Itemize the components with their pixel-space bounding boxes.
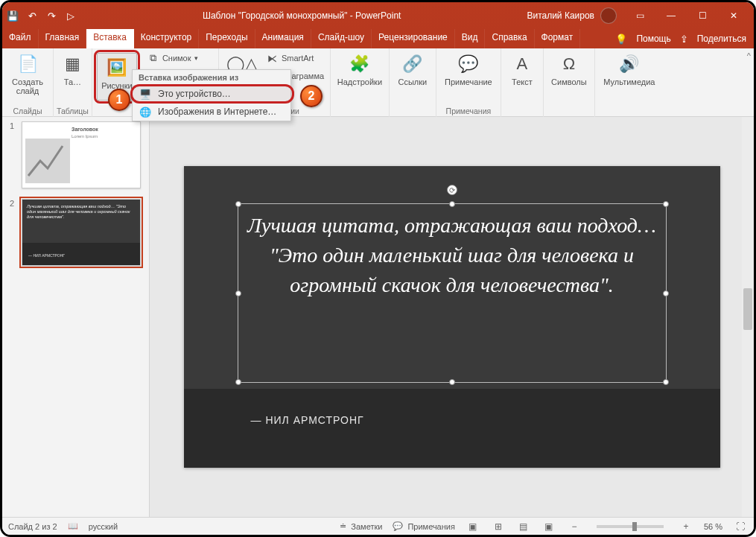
comments-pane-button[interactable]: 💬 Примечания	[393, 521, 455, 531]
links-button[interactable]: 🔗 Ссылки	[393, 50, 433, 104]
normal-view-icon[interactable]: ▣	[466, 521, 480, 533]
collapse-ribbon-icon[interactable]: ^	[747, 51, 751, 60]
slide-canvas[interactable]: Лучшая цитата, отражающая ваш подход… "Э…	[150, 117, 754, 517]
tab-home[interactable]: Главная	[39, 29, 87, 48]
tellme-icon[interactable]: 💡	[615, 34, 627, 45]
text-button[interactable]: A Текст	[504, 50, 540, 104]
comments-icon: 💬	[393, 521, 403, 531]
resize-handle[interactable]	[235, 290, 241, 296]
symbols-button[interactable]: Ω Символы	[547, 50, 591, 104]
tab-animations[interactable]: Анимация	[255, 29, 311, 48]
media-label: Мультимедиа	[603, 77, 655, 86]
ribbon-options-icon[interactable]: ▭	[624, 4, 655, 27]
maximize-icon[interactable]: ☐	[687, 4, 718, 27]
callout-badge-1: 1	[108, 89, 130, 111]
smartart-icon: ⧔	[267, 52, 279, 64]
slide-thumbnails-panel: 1 Заголовок Lorem Ipsum 2 Лучшая цитата,…	[2, 117, 150, 517]
comment-label: Примечание	[445, 77, 492, 86]
menu-this-device[interactable]: 🖥️ Это устройство…	[133, 85, 290, 103]
share-icon[interactable]: ⇪	[680, 34, 688, 45]
user-avatar[interactable]	[600, 7, 617, 24]
tab-design[interactable]: Конструктор	[134, 29, 199, 48]
slide-thumbnail-1[interactable]: Заголовок Lorem Ipsum	[22, 121, 141, 188]
save-icon[interactable]: 💾	[7, 10, 19, 22]
tab-format[interactable]: Формат	[535, 29, 581, 48]
tellme-label[interactable]: Помощь	[636, 34, 670, 44]
thumb-number: 1	[10, 121, 17, 188]
close-icon[interactable]: ✕	[718, 4, 749, 27]
table-label: Та…	[64, 77, 81, 86]
status-bar: Слайд 2 из 2 📖 русский ≐ Заметки 💬 Приме…	[2, 517, 754, 535]
menu-online-pictures[interactable]: 🌐 Изображения в Интернете…	[133, 103, 290, 121]
start-presentation-icon[interactable]: ▷	[65, 10, 77, 22]
resize-handle[interactable]	[235, 201, 241, 207]
vertical-scrollbar[interactable]	[742, 117, 754, 517]
new-slide-icon: 📄	[16, 52, 39, 76]
resize-handle[interactable]	[663, 379, 669, 385]
addins-button[interactable]: 🧩 Надстройки	[334, 50, 386, 104]
resize-handle[interactable]	[663, 201, 669, 207]
smartart-button[interactable]: ⧔ SmartArt	[264, 50, 327, 66]
reading-view-icon[interactable]: ▤	[516, 521, 531, 533]
redo-icon[interactable]: ↷	[45, 10, 57, 22]
addins-label: Надстройки	[337, 77, 382, 86]
tab-transitions[interactable]: Переходы	[199, 29, 255, 48]
group-comments: Примечания	[446, 107, 492, 115]
tab-help[interactable]: Справка	[485, 29, 534, 48]
menu-online-label: Изображения в Интернете…	[158, 107, 276, 117]
sorter-view-icon[interactable]: ⊞	[491, 521, 506, 533]
zoom-slider[interactable]	[597, 525, 664, 528]
table-icon: ▦	[60, 52, 84, 76]
tab-view[interactable]: Вид	[455, 29, 486, 48]
slideshow-view-icon[interactable]: ▣	[541, 521, 556, 533]
comment-icon: 💬	[457, 52, 480, 76]
ribbon-tabs: Файл Главная Вставка Конструктор Переход…	[2, 29, 754, 48]
symbols-label: Символы	[551, 77, 587, 86]
menu-this-device-label: Это устройство…	[158, 89, 231, 99]
zoom-in-icon[interactable]: +	[679, 521, 693, 533]
new-slide-button[interactable]: 📄 Создать слайд	[5, 50, 50, 104]
device-icon: 🖥️	[139, 88, 152, 100]
globe-icon: 🌐	[139, 106, 152, 118]
media-icon: 🔊	[617, 52, 641, 76]
group-tables: Таблицы	[57, 107, 89, 115]
tab-review[interactable]: Рецензирование	[372, 29, 455, 48]
slide[interactable]: Лучшая цитата, отражающая ваш подход… "Э…	[184, 166, 720, 468]
tab-insert[interactable]: Вставка	[86, 29, 134, 48]
user-name[interactable]: Виталий Каиров	[527, 10, 594, 21]
slide-thumbnail-2[interactable]: Лучшая цитата, отражающая ваш подход… "Э…	[22, 199, 141, 266]
callout-badge-2: 2	[300, 85, 323, 107]
zoom-level[interactable]: 56 %	[704, 522, 722, 531]
insert-picture-menu-header: Вставка изображения из	[133, 70, 290, 85]
scrollbar-thumb[interactable]	[743, 288, 752, 330]
language-indicator[interactable]: русский	[89, 522, 118, 531]
notes-icon: ≐	[340, 521, 346, 531]
links-label: Ссылки	[398, 77, 428, 86]
resize-handle[interactable]	[449, 379, 455, 385]
title-bar: 💾 ↶ ↷ ▷ Шаблон "Городской монохромный" -…	[2, 2, 754, 29]
table-button[interactable]: ▦ Та…	[57, 50, 87, 104]
media-button[interactable]: 🔊 Мультимедиа	[598, 50, 661, 104]
comment-button[interactable]: 💬 Примечание	[439, 50, 498, 104]
minimize-icon[interactable]: —	[655, 4, 687, 27]
notes-button[interactable]: ≐ Заметки	[340, 521, 382, 531]
thumb-number: 2	[10, 199, 17, 266]
resize-handle[interactable]	[449, 201, 455, 207]
screenshot-button[interactable]: ⧉ Снимок ▾	[144, 50, 220, 66]
zoom-out-icon[interactable]: −	[567, 521, 582, 533]
tab-file[interactable]: Файл	[2, 29, 39, 48]
spellcheck-icon[interactable]: 📖	[68, 521, 78, 531]
share-label[interactable]: Поделиться	[697, 34, 746, 44]
undo-icon[interactable]: ↶	[26, 10, 38, 22]
slide-counter[interactable]: Слайд 2 из 2	[8, 522, 57, 531]
text-icon: A	[510, 52, 534, 76]
fit-to-window-icon[interactable]: ⛶	[733, 521, 748, 533]
window-title: Шаблон "Городской монохромный" - PowerPo…	[77, 10, 527, 21]
text-selection-frame[interactable]: ⟳	[238, 203, 667, 383]
quote-author[interactable]: — НИЛ АРМСТРОНГ	[251, 414, 364, 426]
rotate-handle-icon[interactable]: ⟳	[447, 185, 457, 195]
new-slide-label: Создать слайд	[12, 77, 43, 95]
resize-handle[interactable]	[663, 290, 669, 296]
resize-handle[interactable]	[235, 379, 241, 385]
tab-slideshow[interactable]: Слайд-шоу	[311, 29, 372, 48]
